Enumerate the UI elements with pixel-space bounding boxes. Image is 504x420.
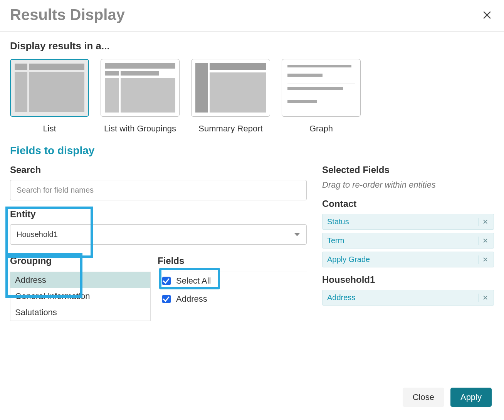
fields-label: Fields: [158, 253, 307, 269]
results-display-modal: Results Display Display results in a... …: [0, 0, 504, 420]
grouping-item-general-information[interactable]: General Information: [10, 288, 150, 304]
grouping-fields-row: Grouping Address General Information Sal…: [10, 253, 307, 321]
pill-label: Status: [327, 217, 349, 226]
grouping-label: Grouping: [10, 253, 151, 269]
selected-fields-column: Selected Fields Drag to re-order within …: [322, 165, 494, 309]
selected-fields-heading: Selected Fields: [322, 165, 494, 175]
close-icon[interactable]: [480, 8, 494, 22]
search-label: Search: [10, 165, 307, 175]
graph-thumb-icon: [282, 59, 361, 117]
selected-field-address[interactable]: Address ✕: [322, 290, 494, 306]
selected-field-apply-grade[interactable]: Apply Grade ✕: [322, 252, 494, 267]
entity-select[interactable]: Household1: [10, 224, 307, 245]
field-label: Select All: [176, 276, 211, 286]
selected-group-household1: Household1: [322, 274, 494, 285]
pill-label: Apply Grade: [327, 255, 370, 264]
fields-box: Fields Select All Address: [158, 253, 307, 321]
selected-fields-hint: Drag to re-order within entities: [322, 180, 494, 190]
selected-group-contact: Contact: [322, 198, 494, 209]
grouping-box: Grouping Address General Information Sal…: [10, 253, 151, 321]
pill-label: Address: [327, 293, 355, 302]
list-thumb-icon: [10, 59, 89, 117]
display-option-list-groupings[interactable]: List with Groupings: [101, 59, 180, 134]
field-select-all[interactable]: Select All: [158, 272, 307, 290]
modal-title: Results Display: [10, 6, 125, 24]
list-groupings-thumb-icon: [101, 59, 180, 117]
checkbox-checked-icon[interactable]: [162, 277, 171, 285]
field-label: Address: [176, 294, 207, 304]
modal-header: Results Display: [0, 0, 504, 32]
summary-thumb-icon: [191, 59, 270, 117]
display-option-label: List with Groupings: [104, 124, 176, 134]
modal-footer: Close Apply: [0, 379, 504, 420]
left-column: Search Entity Household1 Grouping Addres…: [10, 165, 307, 321]
fields-to-display-heading: Fields to display: [10, 144, 494, 157]
display-option-list[interactable]: List: [10, 59, 89, 134]
field-item-address[interactable]: Address: [158, 290, 307, 308]
entity-label: Entity: [10, 209, 307, 220]
selected-field-term[interactable]: Term ✕: [322, 233, 494, 249]
display-option-label: List: [43, 124, 56, 134]
modal-body: Display results in a... List List with G…: [0, 32, 504, 379]
grouping-item-salutations[interactable]: Salutations: [10, 304, 150, 321]
display-option-summary[interactable]: Summary Report: [191, 59, 270, 134]
close-button[interactable]: Close: [403, 388, 444, 407]
checkbox-checked-icon[interactable]: [162, 295, 171, 303]
pill-label: Term: [327, 236, 344, 245]
display-option-label: Summary Report: [198, 124, 262, 134]
display-options: List List with Groupings Summary Report: [10, 59, 494, 134]
display-heading: Display results in a...: [10, 40, 494, 52]
remove-icon[interactable]: ✕: [478, 237, 489, 245]
remove-icon[interactable]: ✕: [478, 255, 489, 264]
display-option-label: Graph: [309, 124, 333, 134]
search-input[interactable]: [10, 180, 307, 200]
display-option-graph[interactable]: Graph: [282, 59, 361, 134]
grouping-item-address[interactable]: Address: [10, 272, 150, 288]
apply-button[interactable]: Apply: [450, 388, 492, 407]
fields-columns: Search Entity Household1 Grouping Addres…: [10, 165, 494, 321]
entity-section: Entity Household1: [10, 209, 307, 245]
remove-icon[interactable]: ✕: [478, 294, 489, 302]
selected-field-status[interactable]: Status ✕: [322, 214, 494, 230]
remove-icon[interactable]: ✕: [478, 218, 489, 226]
